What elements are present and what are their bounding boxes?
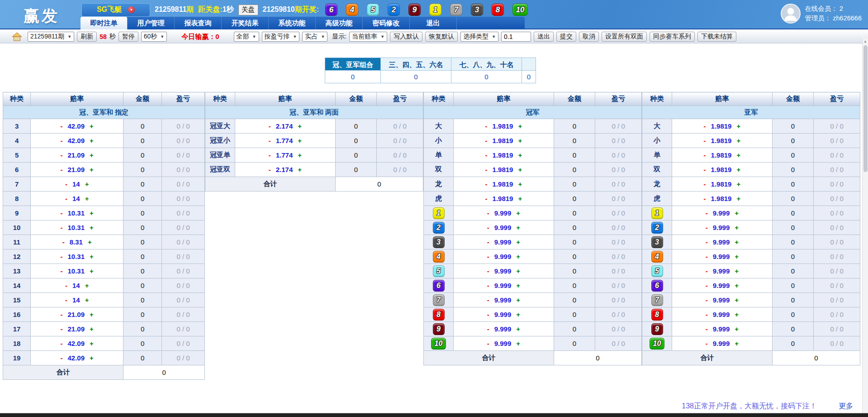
odds-increase-button[interactable]: + bbox=[516, 224, 520, 231]
odds-decrease-button[interactable]: - bbox=[487, 311, 489, 318]
odds-increase-button[interactable]: + bbox=[735, 238, 739, 246]
odds-increase-button[interactable]: + bbox=[90, 325, 94, 333]
odds-decrease-button[interactable]: - bbox=[61, 166, 63, 173]
nav-tab-1[interactable]: 用户管理 bbox=[128, 17, 175, 29]
odds-increase-button[interactable]: + bbox=[90, 166, 94, 173]
odds-increase-button[interactable]: + bbox=[736, 122, 740, 130]
set-all-twoside-button[interactable]: 设置所有双面 bbox=[602, 32, 647, 42]
odds-increase-button[interactable]: + bbox=[736, 151, 740, 159]
odds-increase-button[interactable]: + bbox=[90, 267, 94, 275]
cancel-button[interactable]: 取消 bbox=[579, 32, 599, 42]
odds-decrease-button[interactable]: - bbox=[704, 195, 706, 202]
odds-increase-button[interactable]: + bbox=[298, 166, 302, 173]
subtab-2[interactable]: 七、八、九、十名 bbox=[451, 58, 522, 71]
odds-increase-button[interactable]: + bbox=[516, 340, 520, 347]
odds-decrease-button[interactable]: - bbox=[704, 137, 706, 144]
odds-increase-button[interactable]: + bbox=[90, 253, 94, 260]
odds-decrease-button[interactable]: - bbox=[706, 282, 708, 289]
submit-button[interactable]: 提交 bbox=[556, 32, 576, 42]
odds-increase-button[interactable]: + bbox=[90, 122, 94, 130]
odds-decrease-button[interactable]: - bbox=[487, 296, 489, 304]
odds-decrease-button[interactable]: - bbox=[706, 224, 708, 231]
odds-increase-button[interactable]: + bbox=[516, 253, 520, 260]
odds-increase-button[interactable]: + bbox=[735, 296, 739, 304]
send-button[interactable]: 送出 bbox=[534, 32, 554, 42]
odds-decrease-button[interactable]: - bbox=[487, 224, 489, 231]
odds-decrease-button[interactable]: - bbox=[62, 238, 65, 246]
odds-increase-button[interactable]: + bbox=[90, 209, 94, 217]
odds-decrease-button[interactable]: - bbox=[61, 122, 63, 130]
odds-decrease-button[interactable]: - bbox=[487, 267, 489, 275]
odds-decrease-button[interactable]: - bbox=[706, 253, 708, 260]
vertical-scrollbar[interactable]: ▲ bbox=[862, 38, 868, 413]
odds-decrease-button[interactable]: - bbox=[61, 209, 63, 217]
odds-increase-button[interactable]: + bbox=[516, 296, 520, 304]
odds-increase-button[interactable]: + bbox=[516, 209, 520, 217]
odds-decrease-button[interactable]: - bbox=[61, 325, 63, 333]
odds-decrease-button[interactable]: - bbox=[65, 282, 67, 289]
odds-increase-button[interactable]: + bbox=[516, 325, 520, 333]
odds-increase-button[interactable]: + bbox=[736, 166, 740, 173]
odds-increase-button[interactable]: + bbox=[85, 180, 89, 188]
odds-increase-button[interactable]: + bbox=[735, 282, 739, 289]
odds-decrease-button[interactable]: - bbox=[65, 296, 67, 304]
period-select[interactable]: 21259811期▼ bbox=[28, 32, 74, 42]
sort-select[interactable]: 按盈亏排▼ bbox=[262, 32, 300, 42]
subtab-0[interactable]: 冠、亚军组合 bbox=[325, 58, 381, 71]
odds-decrease-button[interactable]: - bbox=[704, 122, 706, 130]
odds-decrease-button[interactable]: - bbox=[485, 151, 488, 159]
odds-decrease-button[interactable]: - bbox=[485, 122, 488, 130]
odds-decrease-button[interactable]: - bbox=[269, 166, 271, 173]
odds-decrease-button[interactable]: - bbox=[487, 209, 489, 217]
odds-increase-button[interactable]: + bbox=[518, 195, 522, 202]
odds-decrease-button[interactable]: - bbox=[485, 195, 488, 202]
odds-increase-button[interactable]: + bbox=[90, 151, 94, 159]
sync-series-button[interactable]: 同步赛车系列 bbox=[650, 32, 695, 42]
odds-decrease-button[interactable]: - bbox=[61, 340, 63, 347]
write-default-button[interactable]: 写入默认 bbox=[390, 32, 422, 42]
odds-increase-button[interactable]: + bbox=[90, 311, 94, 318]
odds-decrease-button[interactable]: - bbox=[487, 238, 489, 246]
odds-decrease-button[interactable]: - bbox=[65, 195, 67, 202]
odds-decrease-button[interactable]: - bbox=[485, 137, 488, 144]
odds-increase-button[interactable]: + bbox=[735, 267, 739, 275]
nav-tab-2[interactable]: 报表查询 bbox=[175, 17, 222, 29]
odds-increase-button[interactable]: + bbox=[298, 137, 302, 144]
nav-tab-7[interactable]: 退出 bbox=[410, 17, 457, 29]
odds-decrease-button[interactable]: - bbox=[269, 151, 271, 159]
odds-decrease-button[interactable]: - bbox=[485, 180, 488, 188]
odds-decrease-button[interactable]: - bbox=[706, 340, 708, 347]
scroll-up-icon[interactable]: ▲ bbox=[863, 39, 868, 44]
odds-decrease-button[interactable]: - bbox=[487, 340, 489, 347]
odds-increase-button[interactable]: + bbox=[516, 311, 520, 318]
odds-decrease-button[interactable]: - bbox=[61, 151, 63, 159]
odds-increase-button[interactable]: + bbox=[518, 180, 522, 188]
odds-increase-button[interactable]: + bbox=[735, 253, 739, 260]
odds-decrease-button[interactable]: - bbox=[269, 122, 271, 130]
odds-decrease-button[interactable]: - bbox=[706, 311, 708, 318]
odds-increase-button[interactable]: + bbox=[735, 325, 739, 333]
odds-increase-button[interactable]: + bbox=[735, 311, 739, 318]
odds-decrease-button[interactable]: - bbox=[706, 267, 708, 275]
type-select[interactable]: 选择类型▼ bbox=[460, 32, 498, 42]
more-link[interactable]: 更多 bbox=[839, 402, 853, 411]
nav-tab-6[interactable]: 密码修改 bbox=[363, 17, 410, 29]
odds-increase-button[interactable]: + bbox=[90, 224, 94, 231]
odds-decrease-button[interactable]: - bbox=[704, 166, 706, 173]
odds-decrease-button[interactable]: - bbox=[706, 238, 708, 246]
odds-increase-button[interactable]: + bbox=[88, 238, 92, 246]
odds-increase-button[interactable]: + bbox=[90, 354, 94, 362]
odds-increase-button[interactable]: + bbox=[518, 151, 522, 159]
odds-decrease-button[interactable]: - bbox=[485, 166, 488, 173]
nav-tab-5[interactable]: 高级功能 bbox=[316, 17, 363, 29]
odds-increase-button[interactable]: + bbox=[736, 137, 740, 144]
odds-increase-button[interactable]: + bbox=[736, 180, 740, 188]
odds-decrease-button[interactable]: - bbox=[65, 180, 67, 188]
odds-decrease-button[interactable]: - bbox=[61, 253, 63, 260]
odds-increase-button[interactable]: + bbox=[85, 296, 89, 304]
odds-increase-button[interactable]: + bbox=[736, 195, 740, 202]
odds-decrease-button[interactable]: - bbox=[61, 224, 63, 231]
filter-select[interactable]: 全部▼ bbox=[234, 32, 259, 42]
odds-increase-button[interactable]: + bbox=[90, 137, 94, 144]
odds-increase-button[interactable]: + bbox=[298, 122, 302, 130]
